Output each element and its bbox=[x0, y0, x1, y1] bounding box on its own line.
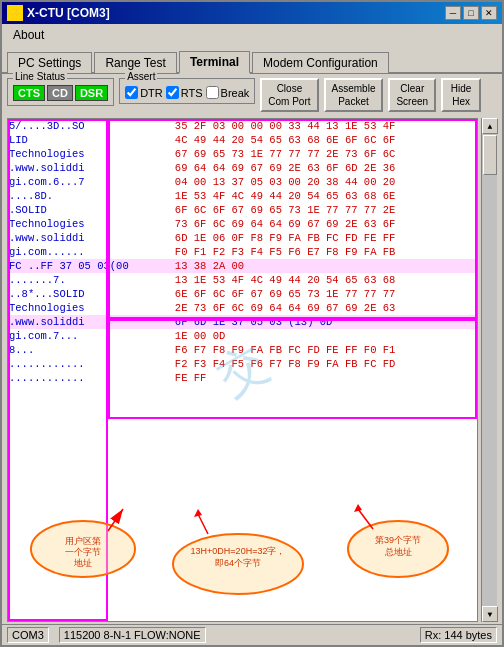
addr-cell: ............ bbox=[8, 371, 174, 385]
addr-cell: .www.soliddi bbox=[8, 315, 174, 329]
close-com-port-line2: Com Port bbox=[268, 95, 310, 108]
addr-cell: FC ..FF 37 05 03(00 bbox=[8, 259, 174, 273]
hex-cell: 4C 49 44 20 54 65 63 68 6E 6F 6C 6F bbox=[174, 133, 477, 147]
addr-cell: Technologies bbox=[8, 217, 174, 231]
hide-hex-line2: Hex bbox=[449, 95, 473, 108]
tab-terminal[interactable]: Terminal bbox=[179, 51, 250, 74]
tab-pc-settings[interactable]: PC Settings bbox=[7, 52, 92, 73]
addr-cell: gi.com.6...7 bbox=[8, 175, 174, 189]
status-lights: CTS CD DSR bbox=[13, 85, 108, 101]
hex-cell: 13 38 2A 00 bbox=[174, 259, 477, 273]
assert-label: Assert bbox=[125, 71, 157, 82]
addr-cell: 8... bbox=[8, 343, 174, 357]
title-bar-left: ⚡ X-CTU [COM3] bbox=[7, 5, 110, 21]
svg-text:即64个字节: 即64个字节 bbox=[215, 558, 261, 568]
tabs-row: PC Settings Range Test Terminal Modem Co… bbox=[2, 46, 502, 74]
svg-point-0 bbox=[31, 521, 135, 577]
port-status: COM3 bbox=[7, 627, 49, 643]
svg-line-8 bbox=[198, 514, 208, 534]
assemble-packet-line1: Assemble bbox=[332, 82, 376, 95]
svg-line-13 bbox=[358, 509, 373, 529]
line-status-label: Line Status bbox=[13, 71, 67, 82]
addr-cell: .SOLID bbox=[8, 203, 174, 217]
tab-modem-config[interactable]: Modem Configuration bbox=[252, 52, 389, 73]
svg-text:一个字节: 一个字节 bbox=[65, 547, 101, 557]
assert-group: Assert DTR RTS Break bbox=[119, 78, 255, 104]
hex-cell: 6F 6C 6F 67 69 65 73 1E 77 77 77 2E bbox=[174, 203, 477, 217]
hex-cell: 6D 1E 06 0F F8 F9 FA FB FC FD FE FF bbox=[174, 231, 477, 245]
rts-label[interactable]: RTS bbox=[166, 86, 203, 99]
svg-text:地址: 地址 bbox=[73, 558, 92, 568]
title-controls: ─ □ ✕ bbox=[445, 6, 497, 20]
menu-about[interactable]: About bbox=[7, 26, 50, 44]
hide-hex-line1: Hide bbox=[449, 82, 473, 95]
rts-text: RTS bbox=[181, 87, 203, 99]
dtr-checkbox[interactable] bbox=[125, 86, 138, 99]
hex-cell: F6 F7 F8 F9 FA FB FC FD FE FF F0 F1 bbox=[174, 343, 477, 357]
addr-cell: .www.soliddi bbox=[8, 231, 174, 245]
close-button[interactable]: ✕ bbox=[481, 6, 497, 20]
rts-checkbox[interactable] bbox=[166, 86, 179, 99]
break-label[interactable]: Break bbox=[206, 86, 250, 99]
scrollbar[interactable]: ▲ ▼ bbox=[481, 118, 497, 622]
close-com-port-button[interactable]: Close Com Port bbox=[260, 78, 318, 112]
hex-cell: F0 F1 F2 F3 F4 F5 F6 E7 F8 F9 FA FB bbox=[174, 245, 477, 259]
clear-screen-button[interactable]: Clear Screen bbox=[388, 78, 436, 112]
status-bar: COM3 115200 8-N-1 FLOW:NONE Rx: 144 byte… bbox=[2, 624, 502, 645]
assemble-packet-button[interactable]: Assemble Packet bbox=[324, 78, 384, 112]
svg-text:用户区第: 用户区第 bbox=[65, 536, 101, 546]
svg-marker-9 bbox=[194, 509, 202, 517]
hex-cell: FE FF bbox=[174, 371, 477, 385]
settings-status: 115200 8-N-1 FLOW:NONE bbox=[59, 627, 206, 643]
addr-cell: Technologies bbox=[8, 301, 174, 315]
clear-screen-line2: Screen bbox=[396, 95, 428, 108]
hex-cell: 69 64 64 69 67 69 2E 63 6F 6D 2E 36 bbox=[174, 161, 477, 175]
scroll-up-button[interactable]: ▲ bbox=[482, 118, 498, 134]
menu-bar: About bbox=[2, 24, 502, 46]
hex-cell: 2E 73 6F 6C 69 64 64 69 67 69 2E 63 bbox=[174, 301, 477, 315]
table-row: Technologies 2E 73 6F 6C 69 64 64 69 67 … bbox=[8, 301, 477, 315]
scroll-track[interactable] bbox=[482, 134, 497, 606]
hide-hex-button[interactable]: Hide Hex bbox=[441, 78, 481, 112]
addr-cell: gi.com...... bbox=[8, 245, 174, 259]
hex-cell: 73 6F 6C 69 64 64 69 67 69 2E 63 6F bbox=[174, 217, 477, 231]
table-row: ..8*...SOLID 6E 6F 6C 6F 67 69 65 73 1E … bbox=[8, 287, 477, 301]
toolbar: Line Status CTS CD DSR Assert DTR RTS bbox=[2, 74, 502, 116]
window-title: X-CTU [COM3] bbox=[27, 6, 110, 20]
hex-cell: 6F 6D 1E 37 05 03 (13) 0D bbox=[174, 315, 477, 329]
hex-cell: 1E 00 0D bbox=[174, 329, 477, 343]
svg-point-5 bbox=[173, 534, 303, 594]
scroll-down-button[interactable]: ▼ bbox=[482, 606, 498, 622]
addr-cell: 5/....3D..SO bbox=[8, 119, 174, 133]
main-content: 交 5/....3D..SO 35 2F 03 00 00 00 33 44 1… bbox=[2, 116, 502, 624]
maximize-button[interactable]: □ bbox=[463, 6, 479, 20]
cd-light: CD bbox=[47, 85, 73, 101]
hex-cell: 13 1E 53 4F 4C 49 44 20 54 65 63 68 bbox=[174, 273, 477, 287]
table-row: .www.soliddi 6D 1E 06 0F F8 F9 FA FB FC … bbox=[8, 231, 477, 245]
rx-status: Rx: 144 bytes bbox=[420, 627, 497, 643]
dtr-text: DTR bbox=[140, 87, 163, 99]
table-row: .......7. 13 1E 53 4F 4C 49 44 20 54 65 … bbox=[8, 273, 477, 287]
hex-panel[interactable]: 交 5/....3D..SO 35 2F 03 00 00 00 33 44 1… bbox=[7, 118, 478, 622]
svg-text:13H+0DH=20H=32字，: 13H+0DH=20H=32字， bbox=[191, 546, 286, 556]
table-row: ............ F2 F3 F4 F5 F6 F7 F8 F9 FA … bbox=[8, 357, 477, 371]
assemble-packet-line2: Packet bbox=[332, 95, 376, 108]
table-row: FC ..FF 37 05 03(00 13 38 2A 00 bbox=[8, 259, 477, 273]
addr-cell: ............ bbox=[8, 357, 174, 371]
table-row: 5/....3D..SO 35 2F 03 00 00 00 33 44 13 … bbox=[8, 119, 477, 133]
addr-cell: .www.soliddi bbox=[8, 161, 174, 175]
hex-cell: F2 F3 F4 F5 F6 F7 F8 F9 FA FB FC FD bbox=[174, 357, 477, 371]
cts-light: CTS bbox=[13, 85, 45, 101]
table-row: Technologies 67 69 65 73 1E 77 77 77 2E … bbox=[8, 147, 477, 161]
table-row: 8... F6 F7 F8 F9 FA FB FC FD FE FF F0 F1 bbox=[8, 343, 477, 357]
break-checkbox[interactable] bbox=[206, 86, 219, 99]
table-row: gi.com.6...7 04 00 13 37 05 03 00 20 38 … bbox=[8, 175, 477, 189]
title-bar: ⚡ X-CTU [COM3] ─ □ ✕ bbox=[2, 2, 502, 24]
scroll-thumb[interactable] bbox=[483, 135, 497, 175]
minimize-button[interactable]: ─ bbox=[445, 6, 461, 20]
table-row: gi.com...... F0 F1 F2 F3 F4 F5 F6 E7 F8 … bbox=[8, 245, 477, 259]
tab-range-test[interactable]: Range Test bbox=[94, 52, 177, 73]
hex-cell: 04 00 13 37 05 03 00 20 38 44 00 20 bbox=[174, 175, 477, 189]
dtr-label[interactable]: DTR bbox=[125, 86, 163, 99]
line-status-group: Line Status CTS CD DSR bbox=[7, 78, 114, 106]
